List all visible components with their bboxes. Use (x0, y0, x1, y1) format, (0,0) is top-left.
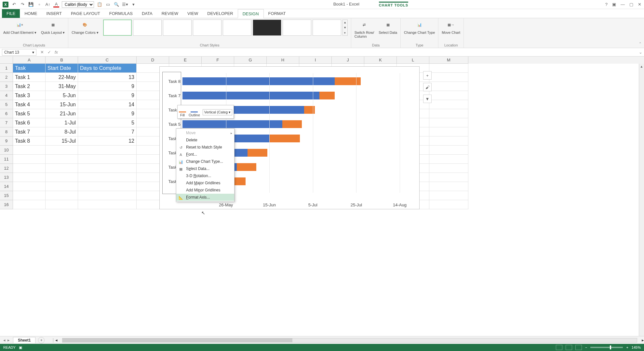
col-header-B[interactable]: B (46, 57, 78, 64)
redo-icon[interactable]: ↷ (20, 2, 25, 7)
chart-bar-days[interactable] (282, 120, 302, 128)
cell-A16[interactable] (13, 200, 46, 209)
ctx-delete[interactable]: Delete (176, 136, 234, 144)
row-header-4[interactable]: 4 (0, 91, 13, 100)
worksheet-grid[interactable]: ABCDEFGHIJKLM 12345678910111213141516 Ta… (0, 57, 644, 336)
chart-style-6[interactable] (253, 20, 281, 36)
change-colors-button[interactable]: 🎨 Change Colors ▾ (72, 20, 98, 35)
cell-M5[interactable] (429, 100, 468, 109)
cell-C2[interactable]: 13 (78, 73, 137, 82)
chart-styles-button[interactable]: 🖌 (423, 83, 432, 91)
row-header-13[interactable]: 13 (0, 173, 13, 182)
chart-style-3[interactable] (163, 20, 192, 36)
cell-C6[interactable]: 9 (78, 109, 137, 118)
print-preview-icon[interactable]: 🔍 (114, 2, 119, 7)
col-header-I[interactable]: I (299, 57, 332, 64)
row-header-16[interactable]: 16 (0, 200, 13, 209)
tab-home[interactable]: HOME (20, 9, 42, 18)
col-header-A[interactable]: A (13, 57, 46, 64)
maximize-icon[interactable]: ▢ (629, 2, 633, 7)
cell-A8[interactable]: Task 7 (13, 127, 46, 136)
chart-style-8[interactable] (313, 20, 341, 36)
close-icon[interactable]: ✕ (638, 2, 641, 7)
formula-input[interactable] (60, 49, 637, 55)
chart-style-2[interactable] (133, 20, 162, 36)
cell-B4[interactable]: 5-Jun (46, 91, 78, 100)
ctx-add-minor-gridlines[interactable]: Add Minor Gridlines (176, 187, 234, 194)
col-header-D[interactable]: D (137, 57, 169, 64)
tab-review[interactable]: REVIEW (157, 9, 183, 18)
col-header-F[interactable]: F (202, 57, 234, 64)
chart-bar-days[interactable] (335, 77, 361, 85)
cell-C12[interactable] (78, 164, 137, 173)
cell-A11[interactable] (13, 155, 46, 164)
tab-view[interactable]: VIEW (183, 9, 203, 18)
cell-C15[interactable] (78, 191, 137, 200)
font-color-icon[interactable]: A (53, 2, 59, 7)
cell-M11[interactable] (429, 155, 468, 164)
change-chart-type-button[interactable]: 📊 Change Chart Type (404, 20, 435, 34)
row-header-12[interactable]: 12 (0, 164, 13, 173)
font-family-select[interactable]: Calibri (Body (62, 1, 94, 8)
scroll-left-icon[interactable]: ◂ (55, 338, 58, 343)
touch-mode-icon[interactable]: ☰▾ (122, 2, 128, 7)
cell-A12[interactable] (13, 164, 46, 173)
horizontal-scrollbar[interactable]: ⋮ ◂ ▸ (51, 338, 644, 343)
switch-row-column-button[interactable]: ⇄ Switch Row/ Column (355, 20, 374, 38)
tab-file[interactable]: FILE (2, 9, 20, 18)
chart-element-selector[interactable]: Vertical (Categ ▾ (203, 109, 232, 115)
cell-A7[interactable]: Task 6 (13, 118, 46, 127)
save-icon[interactable]: 💾 (28, 2, 34, 7)
paste-icon[interactable]: 📋 (97, 2, 102, 7)
sheet-nav-prev-icon[interactable]: ◂ (3, 338, 6, 343)
ctx-format-axis[interactable]: 📐Format Axis... (176, 194, 234, 201)
select-all-corner[interactable] (0, 57, 13, 64)
expand-formula-bar-icon[interactable]: ⌄ (637, 49, 644, 56)
cell-B3[interactable]: 31-May (46, 82, 78, 91)
chart-category-label[interactable]: Task 5 (164, 122, 181, 127)
chart-style-7[interactable] (283, 20, 311, 36)
style-gallery-more-icon[interactable]: ▾ (343, 30, 347, 35)
font-size-up-icon[interactable]: A↑ (45, 2, 51, 7)
cell-C8[interactable]: 7 (78, 127, 137, 136)
chart-bar-days[interactable] (248, 149, 267, 157)
cell-M8[interactable] (429, 127, 468, 136)
sheet-tab-sheet1[interactable]: Sheet1 (13, 337, 35, 343)
cell-B15[interactable] (46, 191, 78, 200)
chart-bar-days[interactable] (269, 135, 300, 142)
tab-insert[interactable]: INSERT (42, 9, 66, 18)
cell-M7[interactable] (429, 118, 468, 127)
ctx-change-chart-type[interactable]: 📊Change Chart Type... (176, 158, 234, 165)
cell-C11[interactable] (78, 155, 137, 164)
cell-B7[interactable]: 1-Jul (46, 118, 78, 127)
row-header-3[interactable]: 3 (0, 82, 13, 91)
col-header-J[interactable]: J (332, 57, 364, 64)
row-header-2[interactable]: 2 (0, 73, 13, 82)
name-box[interactable]: Chart 13▾ (2, 49, 36, 56)
cell-M13[interactable] (429, 173, 468, 182)
row-header-10[interactable]: 10 (0, 146, 13, 155)
undo-icon[interactable]: ↶ (11, 2, 17, 7)
tab-formulas[interactable]: FORMULAS (105, 9, 137, 18)
cell-B13[interactable] (46, 173, 78, 182)
cell-B1[interactable]: Start Date (46, 64, 78, 73)
normal-view-icon[interactable] (556, 345, 562, 350)
cell-A5[interactable]: Task 4 (13, 100, 46, 109)
cell-C10[interactable] (78, 146, 137, 155)
tab-format[interactable]: FORMAT (264, 9, 290, 18)
chart-style-4[interactable] (193, 20, 221, 36)
tab-developer[interactable]: DEVELOPER (203, 9, 237, 18)
col-header-G[interactable]: G (234, 57, 267, 64)
help-icon[interactable]: ? (605, 2, 608, 7)
chart-object[interactable]: 26-May15-Jun5-Jul25-Jul14-Aug Task 8Task… (159, 66, 420, 209)
chart-category-label[interactable]: Task 7 (164, 93, 181, 98)
chart-bar-days[interactable] (237, 163, 256, 171)
cell-C4[interactable]: 9 (78, 91, 137, 100)
cell-C16[interactable] (78, 200, 137, 209)
scroll-up-icon[interactable]: ▲ (639, 64, 644, 69)
chart-elements-button[interactable]: + (423, 71, 432, 80)
cell-A4[interactable]: Task 3 (13, 91, 46, 100)
outline-button[interactable]: Outline (189, 107, 200, 117)
chart-bar-start-date[interactable] (182, 92, 319, 99)
cell-B5[interactable]: 15-Jun (46, 100, 78, 109)
